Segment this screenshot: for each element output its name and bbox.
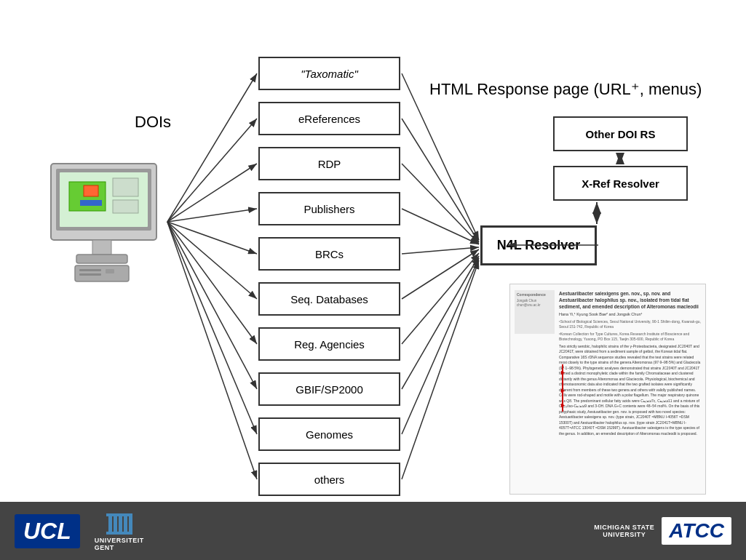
svg-rect-4 <box>84 185 98 196</box>
msu-logo: MICHIGAN STATE UNIVERSITY <box>594 524 654 538</box>
resource-box-reg-agencies: Reg. Agencies <box>258 327 400 361</box>
svg-rect-43 <box>119 516 122 532</box>
svg-rect-11 <box>79 269 101 271</box>
other-doi-rs-box: Other DOI RS <box>553 116 688 151</box>
svg-rect-40 <box>106 513 132 516</box>
svg-line-34 <box>402 258 479 434</box>
svg-rect-8 <box>92 240 111 255</box>
n4l-resolver-box: N4L Resolver <box>480 225 597 265</box>
resource-box-rdp: RDP <box>258 147 400 180</box>
resource-box-taxomatic: "Taxomatic" <box>258 57 400 90</box>
svg-rect-5 <box>80 200 102 206</box>
paper-preview: Correspondence Jongsik Chun chun@snu.ac.… <box>509 284 706 495</box>
right-logos: MICHIGAN STATE UNIVERSITY ATCC <box>594 517 731 545</box>
atcc-logo: ATCC <box>662 517 731 545</box>
svg-line-22 <box>167 222 257 344</box>
svg-rect-6 <box>113 178 138 196</box>
resource-box-publishers: Publishers <box>258 192 400 225</box>
svg-line-17 <box>167 119 257 222</box>
resource-box-ereferences: eReferences <box>258 102 400 135</box>
dois-label: DOIs <box>135 113 171 132</box>
resource-box-genomes: Genomes <box>258 417 400 451</box>
svg-line-24 <box>167 222 257 434</box>
svg-line-31 <box>402 249 479 299</box>
svg-rect-7 <box>113 200 138 213</box>
svg-line-35 <box>402 260 479 479</box>
ugent-logo: UNIVERSITEIT GENT <box>95 511 144 551</box>
svg-rect-9 <box>76 255 127 263</box>
svg-rect-41 <box>108 516 112 532</box>
svg-line-20 <box>167 222 257 254</box>
svg-line-32 <box>402 253 479 344</box>
resource-box-brcs: BRCs <box>258 237 400 271</box>
ugent-text: UNIVERSITEIT GENT <box>95 537 144 551</box>
svg-line-16 <box>167 73 257 222</box>
svg-line-18 <box>167 164 257 222</box>
svg-line-19 <box>167 209 257 222</box>
resource-box-gbif: GBIF/SP2000 <box>258 372 400 406</box>
svg-rect-39 <box>106 532 132 535</box>
svg-line-23 <box>167 222 257 389</box>
svg-rect-45 <box>129 516 132 532</box>
bottom-bar: UCL UNIVERSITEIT GENT <box>0 502 746 560</box>
svg-line-33 <box>402 256 479 389</box>
svg-line-27 <box>402 119 479 242</box>
main-canvas: DOIs HTML Response page (URL⁺, menus) <box>0 0 746 560</box>
ucl-logo: UCL <box>15 514 80 548</box>
svg-line-28 <box>402 164 479 244</box>
svg-rect-12 <box>79 273 101 276</box>
svg-rect-44 <box>124 516 127 532</box>
html-response-label: HTML Response page (URL⁺, menus) <box>429 80 702 99</box>
resource-box-seq-databases: Seq. Databases <box>258 282 400 316</box>
svg-line-29 <box>402 209 479 244</box>
xref-resolver-box: X-Ref Resolver <box>553 166 688 201</box>
svg-line-30 <box>402 247 479 254</box>
svg-line-25 <box>167 222 257 479</box>
resource-box-others: others <box>258 463 400 496</box>
svg-line-21 <box>167 222 257 299</box>
computer-illustration <box>40 160 164 284</box>
svg-rect-13 <box>106 269 114 273</box>
svg-rect-42 <box>114 516 117 532</box>
